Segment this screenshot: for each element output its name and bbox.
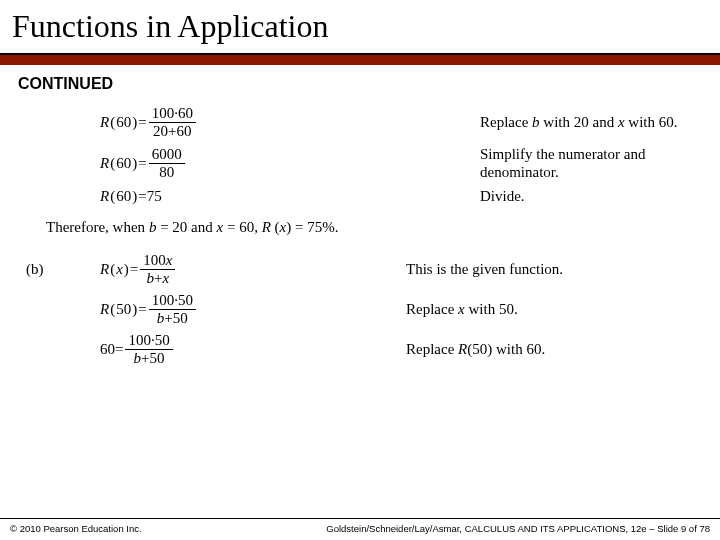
equation-cell: R(60)= 75	[20, 188, 480, 205]
fraction: 6000 80	[149, 146, 185, 180]
footer: © 2010 Pearson Education Inc. Goldstein/…	[0, 518, 720, 540]
equation: R(50)= 100·50 b+50	[86, 292, 198, 326]
explanation: Simplify the numerator and denominator.	[480, 145, 700, 181]
explanation: Replace x with 50.	[406, 300, 700, 318]
equation: 60= 100·50 b+50	[86, 332, 175, 366]
step-row: R(60)= 100·60 20+60 Replace b with 20 an…	[20, 105, 700, 139]
body: R(60)= 100·60 20+60 Replace b with 20 an…	[0, 105, 720, 366]
step-row: R(60)= 6000 80 Simplify the numerator an…	[20, 145, 700, 181]
step-row: 60= 100·50 b+50 Replace R(50) with 60.	[20, 332, 700, 366]
step-row: R(60)= 75 Divide.	[20, 187, 700, 205]
explanation: Divide.	[480, 187, 700, 205]
equation: R(60)= 75	[100, 188, 162, 205]
equation: R(60)= 100·60 20+60	[100, 105, 198, 139]
equation-cell: 60= 100·50 b+50	[86, 332, 406, 366]
equation-cell: R(x)= 100x b+x	[86, 252, 406, 286]
citation: Goldstein/Schneider/Lay/Asmar, CALCULUS …	[326, 523, 710, 534]
summary-line: Therefore, when b = 20 and x = 60, R (x)…	[20, 211, 700, 246]
equation-cell: R(60)= 100·60 20+60	[20, 105, 480, 139]
fraction: 100·50 b+50	[125, 332, 172, 366]
fraction: 100x b+x	[140, 252, 175, 286]
fraction: 100·60 20+60	[149, 105, 196, 139]
explanation: Replace b with 20 and x with 60.	[480, 113, 700, 131]
step-row: R(50)= 100·50 b+50 Replace x with 50.	[20, 292, 700, 326]
slide: Functions in Application CONTINUED R(60)…	[0, 0, 720, 540]
continued-label: CONTINUED	[0, 65, 720, 99]
step-row: (b) R(x)= 100x b+x This is the given fun…	[20, 252, 700, 286]
rule-red	[0, 55, 720, 65]
equation: R(60)= 6000 80	[100, 146, 187, 180]
equation-cell: R(60)= 6000 80	[20, 146, 480, 180]
explanation: This is the given function.	[406, 260, 700, 278]
explanation: Replace R(50) with 60.	[406, 340, 700, 358]
fraction: 100·50 b+50	[149, 292, 196, 326]
equation-cell: R(50)= 100·50 b+50	[86, 292, 406, 326]
equation: R(x)= 100x b+x	[86, 252, 177, 286]
footer-bar: © 2010 Pearson Education Inc. Goldstein/…	[0, 519, 720, 540]
copyright: © 2010 Pearson Education Inc.	[10, 523, 142, 534]
page-title: Functions in Application	[0, 0, 720, 49]
part-label: (b)	[20, 261, 86, 278]
